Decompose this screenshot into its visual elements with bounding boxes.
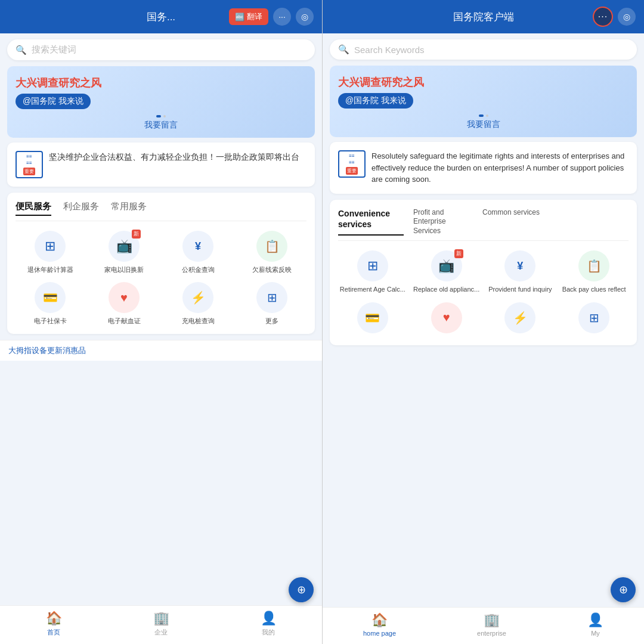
left-tab-3[interactable]: 常用服务 (111, 201, 147, 216)
right-service-icon-3: ¥ (504, 250, 535, 281)
left-tab-1[interactable]: 便民服务 (16, 201, 51, 216)
news-important-tag: 重要 (23, 168, 35, 175)
right-service-icon-6: ♥ (431, 302, 462, 333)
right-nav-home[interactable]: 🏠 home page (363, 612, 396, 637)
right-service-icon-symbol-4: 📋 (587, 259, 602, 273)
service-icon-7: ⚡ (182, 282, 213, 313)
nav-label-my: 我的 (262, 628, 275, 637)
right-fab[interactable]: ⊕ (611, 577, 636, 602)
left-search-bar[interactable]: 🔍 搜索关键词 (7, 39, 315, 60)
translate-label: 翻译 (247, 11, 262, 22)
search-icon: 🔍 (16, 45, 27, 55)
left-nav-enterprise[interactable]: 🏢 企业 (153, 611, 169, 637)
right-more-button[interactable]: ··· (593, 7, 613, 27)
left-title: 国务... (147, 10, 175, 24)
right-service-item-1[interactable]: ⊞ Retirement Age Calc... (338, 250, 407, 293)
service-icon-4: 📋 (256, 231, 287, 262)
service-item-2[interactable]: 📺 新 家电以旧换新 (89, 231, 159, 274)
service-icon-symbol-3: ¥ (195, 240, 201, 253)
right-banner-subtitle[interactable]: @国务院 我来说 (338, 93, 413, 109)
service-label-2: 家电以旧换新 (104, 265, 144, 274)
service-icon-symbol-2: 📺 (116, 239, 132, 254)
banner-link[interactable]: 我要留言 (16, 120, 306, 133)
right-tab-3[interactable]: Common services (482, 208, 540, 236)
service-item-4[interactable]: 📋 欠薪线索反映 (237, 231, 306, 274)
service-icon-2: 📺 新 (109, 231, 140, 262)
right-nav-label-home: home page (363, 630, 396, 637)
right-fab-icon: ⊕ (619, 583, 628, 596)
service-item-more[interactable]: ⊞ 更多 (237, 282, 306, 325)
service-item-1[interactable]: ⊞ 退休年龄计算器 (16, 231, 85, 274)
nav-label-home: 首页 (47, 628, 60, 637)
camera-button[interactable]: ◎ (296, 8, 314, 26)
left-topbar: 国务... 🔤 翻译 ··· ◎ (0, 0, 322, 33)
service-item-5[interactable]: 💳 电子社保卡 (16, 282, 85, 325)
service-icon-symbol-4: 📋 (265, 239, 280, 253)
more-button[interactable]: ··· (273, 8, 291, 26)
right-service-item-more[interactable]: ⊞ (559, 302, 628, 337)
translate-button[interactable]: 🔤 翻译 (229, 8, 268, 25)
right-service-icon-symbol-more: ⊞ (589, 311, 599, 325)
left-topbar-actions: 🔤 翻译 ··· ◎ (229, 8, 314, 26)
right-dot-active (479, 114, 484, 117)
right-service-icon-symbol-3: ¥ (517, 260, 523, 273)
right-service-item-7[interactable]: ⚡ (486, 302, 555, 337)
right-service-icon-symbol-5: 💳 (365, 311, 380, 325)
service-icon-6: ♥ (109, 282, 140, 313)
right-news-card[interactable]: ≡≡≡≡ 重要 Resolutely safeguard the legitim… (330, 142, 637, 194)
left-fab[interactable]: ⊕ (289, 577, 314, 602)
left-services-grid: ⊞ 退休年龄计算器 📺 新 家电以旧换新 ¥ 公积金查询 📋 (16, 231, 306, 326)
right-nav-enterprise[interactable]: 🏢 enterprise (477, 612, 506, 637)
news-icon: ≡≡≡≡ 重要 (16, 151, 43, 178)
service-icon-symbol-5: 💳 (43, 290, 58, 305)
service-label-more: 更多 (265, 317, 278, 325)
service-icon-more: ⊞ (256, 282, 287, 313)
dot-inactive (163, 115, 166, 117)
right-service-icon-more: ⊞ (578, 302, 609, 333)
right-services-tabs: Convenience services Profit and Enterpri… (338, 208, 628, 242)
right-service-icon-symbol-1: ⊞ (367, 258, 378, 274)
left-banner: 大兴调查研究之风 @国务院 我来说 我要留言 (7, 66, 315, 138)
service-label-6: 电子献血证 (108, 317, 141, 325)
left-nav-my[interactable]: 👤 我的 (261, 611, 277, 637)
left-search-placeholder: 搜索关键词 (32, 44, 76, 55)
right-service-item-2[interactable]: 📺 新 Replace old applianc... (412, 250, 481, 293)
right-service-icon-symbol-6: ♥ (443, 311, 450, 324)
left-news-card[interactable]: ≡≡≡≡ 重要 坚决维护企业合法权益、有力减轻企业负担！一批助企政策即将出台 (7, 143, 315, 187)
right-tab-1[interactable]: Convenience services (338, 208, 404, 236)
left-services-tabs: 便民服务 利企服务 常用服务 (16, 201, 306, 221)
service-icon-symbol-1: ⊞ (45, 239, 55, 254)
left-tab-2[interactable]: 利企服务 (63, 201, 99, 216)
right-service-item-5[interactable]: 💳 (338, 302, 407, 337)
left-bottom-nav: 🏠 首页 🏢 企业 👤 我的 (0, 605, 322, 644)
right-enterprise-icon: 🏢 (484, 612, 500, 628)
right-service-icon-symbol-7: ⚡ (513, 311, 528, 325)
right-banner-title: 大兴调查研究之风 (338, 75, 628, 89)
left-nav-home[interactable]: 🏠 首页 (46, 611, 62, 637)
right-search-bar[interactable]: 🔍 Search Keywords (330, 39, 637, 60)
service-item-7[interactable]: ⚡ 充电桩查询 (163, 282, 233, 325)
left-footer-ticker: 大拇指设备更新消惠品 (0, 340, 322, 361)
service-item-6[interactable]: ♥ 电子献血证 (89, 282, 159, 325)
right-service-icon-7: ⚡ (504, 302, 535, 333)
right-search-icon: 🔍 (338, 44, 349, 55)
service-icon-3: ¥ (182, 231, 213, 262)
right-service-item-6[interactable]: ♥ (412, 302, 481, 337)
right-service-item-3[interactable]: ¥ Provident fund inquiry (486, 250, 555, 293)
right-service-label-3: Provident fund inquiry (488, 285, 552, 293)
right-camera-button[interactable]: ◎ (618, 8, 636, 26)
right-home-icon: 🏠 (371, 612, 388, 628)
right-panel: 国务院客户端 ··· ◎ 🔍 Search Keywords 大兴调查研究之风 … (322, 0, 644, 644)
service-label-4: 欠薪线索反映 (252, 265, 292, 274)
service-item-3[interactable]: ¥ 公积金查询 (163, 231, 233, 274)
right-banner-link[interactable]: 我要留言 (338, 119, 628, 132)
ticker-text: 大拇指设备更新消惠品 (8, 345, 86, 356)
right-service-item-4[interactable]: 📋 Back pay clues reflect (559, 250, 628, 293)
right-nav-my[interactable]: 👤 My (587, 612, 603, 637)
banner-dots (16, 115, 306, 117)
right-services-section: Convenience services Profit and Enterpri… (330, 200, 637, 345)
translate-icon: 🔤 (235, 13, 244, 21)
right-banner: 大兴调查研究之风 @国务院 我来说 我要留言 (330, 66, 637, 137)
right-tab-2[interactable]: Profit and Enterprise Services (413, 208, 473, 236)
banner-subtitle-zh[interactable]: @国务院 我来说 (16, 94, 91, 109)
